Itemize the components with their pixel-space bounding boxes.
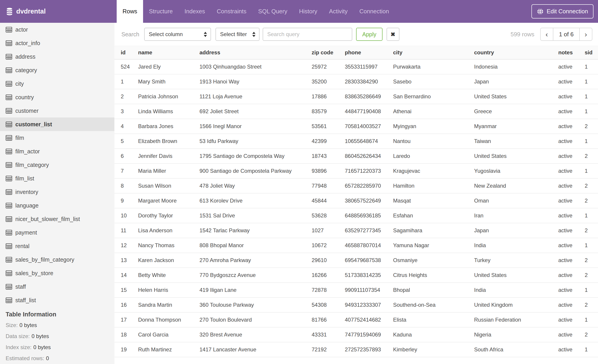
rows-count: 599 rows [510,31,534,38]
cell-phone: 35533115997 [345,59,393,74]
tab-constraints[interactable]: Constraints [211,0,252,23]
cell-zip-code: 29610 [312,253,345,268]
sidebar-item-customer[interactable]: customer [0,104,114,118]
table-row[interactable]: 3Linda Williams692 Joliet Street83579448… [114,104,598,119]
sidebar-item-film_actor[interactable]: film_actor [0,145,114,158]
cell-address: 1542 Tarlac Parkway [199,223,312,238]
tab-structure[interactable]: Structure [143,0,179,23]
table-row[interactable]: 5Elizabeth Brown53 Idfu Parkway423991065… [114,134,598,149]
sidebar-item-actor[interactable]: actor [0,23,114,36]
cell-zip-code: 43331 [312,327,345,342]
table-row[interactable]: 4Barbara Jones1566 Inegl Manor5356170581… [114,119,598,134]
sidebar-item-address[interactable]: address [0,50,114,63]
table-row[interactable]: 6Jennifer Davis1795 Santiago de Composte… [114,149,598,163]
sidebar-item-actor_info[interactable]: actor_info [0,36,114,50]
table-row[interactable]: 19Ruth Martinez1417 Lancaster Avenue7219… [114,342,598,357]
search-query-input[interactable] [263,28,352,41]
sidebar-item-staff[interactable]: staff [0,280,114,293]
table-row[interactable]: 17Donna Thompson270 Toulon Boulevard8176… [114,312,598,327]
cell-zip-code: 16266 [312,268,345,283]
sidebar-item-staff_list[interactable]: staff_list [0,293,114,307]
cell-sid: 2 [585,119,598,134]
cell-name: Barbara Jones [138,119,199,134]
cell-address: 1417 Lancaster Avenue [199,342,312,357]
table-row[interactable]: 7Maria Miller900 Santiago de Compostela … [114,163,598,178]
table-row[interactable]: 8Susan Wilson478 Joliet Way7794865728228… [114,178,598,193]
sidebar-item-customer_list[interactable]: customer_list [0,118,114,131]
table-row[interactable]: 18Carol Garcia320 Brest Avenue4333174779… [114,327,598,342]
sidebar-item-payment[interactable]: payment [0,226,114,239]
sidebar-item-film[interactable]: film [0,131,114,145]
column-select[interactable]: Select column [144,28,211,41]
cell-notes: active [558,74,585,89]
cell-name: Helen Harris [138,283,199,298]
cell-id: 6 [114,149,138,163]
stat-label: Estimated rows: [6,355,44,361]
cell-phone: 648856936185 [345,208,393,223]
cell-address: 692 Joliet Street [199,104,312,119]
filter-select-value: Select filter [220,31,247,37]
stat-value: 0 bytes [33,344,51,350]
cell-zip-code: 54308 [312,298,345,312]
cell-city: Esfahan [393,208,474,223]
cell-name: Lisa Anderson [138,223,199,238]
cell-notes: active [558,89,585,104]
sidebar-item-rental[interactable]: rental [0,239,114,253]
sidebar-item-inventory[interactable]: inventory [0,185,114,199]
cell-notes: active [558,178,585,193]
filter-select[interactable]: Select filter [216,28,259,41]
apply-button[interactable]: Apply [356,28,382,41]
sidebar-item-language[interactable]: language [0,199,114,212]
cell-country: Japan [474,223,558,238]
sidebar-item-city[interactable]: city [0,77,114,90]
cell-sid: 1 [585,89,598,104]
cell-address: 808 Bhopal Manor [199,238,312,253]
cell-sid: 1 [585,74,598,89]
edit-connection-button[interactable]: Edit Connection [532,4,593,18]
tab-connection[interactable]: Connection [353,0,395,23]
sidebar-item-sales_by_store[interactable]: sales_by_store [0,266,114,280]
cell-zip-code: 53628 [312,208,345,223]
select-arrows-icon [204,32,207,37]
sidebar-item-country[interactable]: country [0,90,114,104]
tab-sql-query[interactable]: SQL Query [252,0,293,23]
table-row[interactable]: 15Helen Harris419 Iligan Lane72878990911… [114,283,598,298]
cell-address: 1566 Inegl Manor [199,119,312,134]
clear-search-button[interactable]: ✖ [387,28,399,41]
tab-rows[interactable]: Rows [117,0,143,23]
sidebar-item-nicer_but_slower_film_list[interactable]: nicer_but_slower_film_list [0,212,114,226]
cell-notes: active [558,149,585,163]
cell-name: Ruth Martinez [138,342,199,357]
table-icon [6,216,12,222]
cell-id: 17 [114,312,138,327]
sidebar-item-film_list[interactable]: film_list [0,172,114,185]
cell-country: New Zealand [474,178,558,193]
tab-indexes[interactable]: Indexes [179,0,211,23]
table-row[interactable]: 14Betty White770 Bydgoszcz Avenue1626651… [114,268,598,283]
next-page-button[interactable]: › [580,28,592,40]
table-row[interactable]: 16Sandra Martin360 Toulouse Parkway54308… [114,298,598,312]
table-row[interactable]: 2Patricia Johnson1121 Loja Avenue1788683… [114,89,598,104]
sidebar-item-label: rental [15,243,30,250]
cell-phone: 272572357893 [345,342,393,357]
cell-zip-code: 77948 [312,178,345,193]
sidebar-item-film_category[interactable]: film_category [0,158,114,172]
cell-sid: 1 [585,134,598,149]
table-row[interactable]: 9Margaret Moore613 Korolev Drive45844380… [114,193,598,208]
sidebar-item-label: film_category [15,162,49,168]
table-list: actoractor_infoaddresscategorycitycountr… [0,23,114,307]
sidebar-item-category[interactable]: category [0,63,114,77]
tab-activity[interactable]: Activity [323,0,353,23]
table-row[interactable]: 524Jared Ely1003 Qinhuangdao Street25972… [114,59,598,74]
cell-id: 19 [114,342,138,357]
table-row[interactable]: 1Mary Smith1913 Hanoi Way352002830338429… [114,74,598,89]
table-row[interactable]: 10Dorothy Taylor1531 Sal Drive5362864885… [114,208,598,223]
cell-zip-code: 35200 [312,74,345,89]
table-row[interactable]: 11Lisa Anderson1542 Tarlac Parkway102763… [114,223,598,238]
prev-page-button[interactable]: ‹ [541,28,553,40]
table-row[interactable]: 13Karen Jackson270 Amroha Parkway2961069… [114,253,598,268]
table-row[interactable]: 12Nancy Thomas808 Bhopal Manor1067246588… [114,238,598,253]
tab-history[interactable]: History [293,0,323,23]
cell-city: San Bernardino [393,89,474,104]
sidebar-item-sales_by_film_category[interactable]: sales_by_film_category [0,253,114,266]
